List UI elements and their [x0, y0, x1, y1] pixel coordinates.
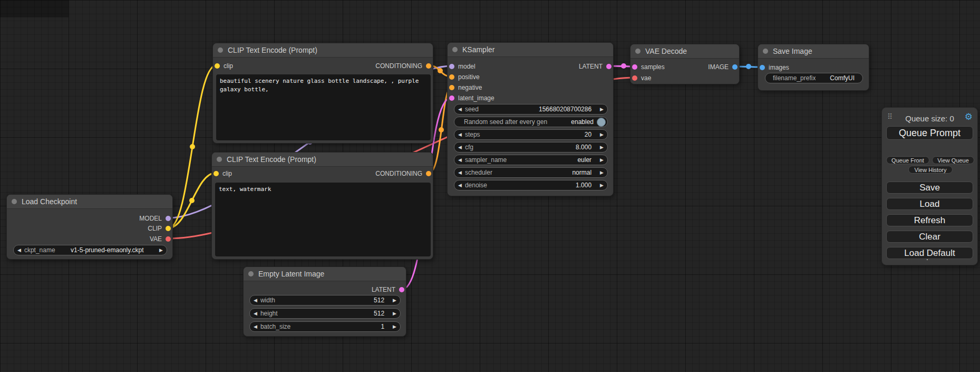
clear-button[interactable]: Clear	[886, 231, 973, 243]
latent-port-icon[interactable]	[399, 287, 404, 292]
model-port-icon[interactable]	[166, 216, 171, 221]
random-seed-toggle[interactable]	[597, 118, 606, 127]
save-button[interactable]: Save	[886, 182, 973, 194]
decrement-arrow-icon[interactable]: ◀	[458, 180, 462, 190]
widget-scheduler[interactable]: ◀ scheduler normal ▶	[454, 167, 608, 178]
queue-panel[interactable]: ⠿ Queue size: 0 ⚙ Queue Prompt Extra opt…	[881, 107, 978, 265]
image-port-icon[interactable]	[760, 65, 765, 70]
conditioning-port-icon[interactable]	[426, 63, 431, 69]
input-slot-model[interactable]: model	[449, 61, 476, 72]
vae-port-icon[interactable]	[632, 75, 637, 81]
clip-port-icon[interactable]	[215, 63, 220, 69]
decrement-arrow-icon[interactable]: ◀	[458, 104, 462, 115]
clip-port-icon[interactable]	[166, 226, 171, 231]
save-image-title-bar[interactable]: Save Image	[758, 44, 869, 59]
load-button[interactable]: Load	[886, 198, 973, 210]
prompt-textarea-positive[interactable]: beautiful scenery nature glass bottle la…	[216, 74, 431, 140]
input-slot-vae[interactable]: vae	[632, 73, 651, 83]
conditioning-port-icon[interactable]	[449, 74, 454, 80]
decrement-arrow-icon[interactable]: ◀	[254, 308, 257, 319]
input-slot-images[interactable]: images	[760, 62, 789, 73]
increment-arrow-icon[interactable]: ▶	[159, 245, 163, 255]
input-slot-negative[interactable]: negative	[449, 82, 482, 93]
input-slot-clip[interactable]: clip	[215, 61, 233, 71]
clip-positive-title-bar[interactable]: CLIP Text Encode (Prompt)	[213, 43, 433, 58]
input-slot-clip[interactable]: clip	[214, 168, 232, 179]
model-port-icon[interactable]	[449, 64, 454, 69]
latent-port-icon[interactable]	[449, 96, 454, 101]
decrement-arrow-icon[interactable]: ◀	[458, 129, 462, 140]
output-slot-model[interactable]: MODEL	[139, 213, 171, 224]
conditioning-port-icon[interactable]	[449, 85, 454, 90]
node-clip-text-encode-negative[interactable]: CLIP Text Encode (Prompt) clip CONDITION…	[211, 152, 433, 260]
latent-port-icon[interactable]	[632, 64, 637, 70]
vae-port-icon[interactable]	[166, 236, 171, 242]
view-history-button[interactable]: View History	[908, 166, 953, 174]
decrement-arrow-icon[interactable]: ◀	[458, 142, 462, 152]
increment-arrow-icon[interactable]: ▶	[393, 321, 396, 332]
clip-port-icon[interactable]	[214, 171, 219, 176]
empty-latent-title-bar[interactable]: Empty Latent Image	[244, 267, 406, 281]
decrement-arrow-icon[interactable]: ◀	[458, 167, 462, 178]
refresh-button[interactable]: Refresh	[886, 214, 973, 226]
widget-width[interactable]: ◀ width 512 ▶	[249, 295, 401, 306]
node-graph-canvas[interactable]: Load Checkpoint MODEL CLIP VAE ◀ ckpt_na…	[0, 0, 980, 372]
queue-front-button[interactable]: Queue Front	[886, 156, 929, 164]
node-collapse-dot[interactable]	[248, 271, 254, 276]
node-empty-latent-image[interactable]: Empty Latent Image LATENT ◀ width 512 ▶ …	[243, 266, 406, 337]
input-slot-latent-image[interactable]: latent_image	[449, 93, 494, 103]
node-collapse-dot[interactable]	[452, 47, 458, 52]
increment-arrow-icon[interactable]: ▶	[600, 142, 604, 152]
widget-filename-prefix[interactable]: filename_prefix ComfyUI	[765, 73, 863, 83]
input-slot-samples[interactable]: samples	[632, 62, 665, 72]
increment-arrow-icon[interactable]: ▶	[393, 295, 396, 306]
output-slot-clip[interactable]: CLIP	[148, 223, 171, 234]
queue-prompt-button[interactable]: Queue Prompt	[886, 126, 973, 140]
widget-height[interactable]: ◀ height 512 ▶	[249, 308, 401, 319]
decrement-arrow-icon[interactable]: ◀	[17, 245, 21, 255]
node-save-image[interactable]: Save Image images filename_prefix ComfyU…	[758, 44, 869, 91]
node-vae-decode[interactable]: VAE Decode samples vae IMAGE	[630, 44, 740, 84]
conditioning-port-icon[interactable]	[426, 171, 431, 176]
node-ksampler[interactable]: KSampler model positive negative latent_…	[447, 42, 614, 196]
widget-ckpt-name[interactable]: ◀ ckpt_name v1-5-pruned-emaonly.ckpt ▶	[13, 245, 167, 255]
widget-batch-size[interactable]: ◀ batch_size 1 ▶	[249, 321, 401, 332]
widget-steps[interactable]: ◀ steps 20 ▶	[454, 129, 608, 140]
node-collapse-dot[interactable]	[763, 49, 768, 54]
output-slot-conditioning[interactable]: CONDITIONING	[375, 168, 431, 179]
increment-arrow-icon[interactable]: ▶	[600, 167, 604, 178]
increment-arrow-icon[interactable]: ▶	[600, 129, 604, 140]
node-collapse-dot[interactable]	[217, 157, 222, 162]
increment-arrow-icon[interactable]: ▶	[600, 180, 604, 190]
decrement-arrow-icon[interactable]: ◀	[458, 155, 462, 165]
vae-decode-title-bar[interactable]: VAE Decode	[630, 44, 739, 59]
node-clip-text-encode-positive[interactable]: CLIP Text Encode (Prompt) clip CONDITION…	[212, 43, 433, 144]
output-slot-conditioning[interactable]: CONDITIONING	[375, 61, 431, 71]
settings-gear-icon[interactable]: ⚙	[965, 111, 973, 122]
widget-random-seed[interactable]: Random seed after every gen enabled	[454, 117, 608, 127]
load-default-button[interactable]: Load Default	[886, 247, 973, 259]
output-slot-vae[interactable]: VAE	[150, 234, 171, 244]
node-collapse-dot[interactable]	[218, 47, 223, 53]
node-collapse-dot[interactable]	[12, 199, 17, 204]
latent-port-icon[interactable]	[606, 64, 612, 69]
load-checkpoint-title-bar[interactable]: Load Checkpoint	[7, 195, 172, 209]
clip-negative-title-bar[interactable]: CLIP Text Encode (Prompt)	[212, 152, 433, 167]
node-collapse-dot[interactable]	[635, 49, 641, 54]
widget-seed[interactable]: ◀ seed 156680208700286 ▶	[454, 104, 608, 115]
decrement-arrow-icon[interactable]: ◀	[254, 295, 257, 306]
widget-cfg[interactable]: ◀ cfg 8.000 ▶	[454, 142, 608, 152]
prompt-textarea-negative[interactable]: text, watermark	[215, 183, 431, 256]
widget-sampler-name[interactable]: ◀ sampler_name euler ▶	[454, 155, 608, 165]
view-queue-button[interactable]: View Queue	[932, 156, 974, 164]
increment-arrow-icon[interactable]: ▶	[393, 308, 396, 319]
increment-arrow-icon[interactable]: ▶	[600, 104, 604, 115]
widget-denoise[interactable]: ◀ denoise 1.000 ▶	[454, 180, 608, 190]
increment-arrow-icon[interactable]: ▶	[600, 155, 604, 165]
image-port-icon[interactable]	[732, 64, 738, 70]
output-slot-latent[interactable]: LATENT	[372, 284, 404, 295]
ksampler-title-bar[interactable]: KSampler	[448, 43, 613, 57]
decrement-arrow-icon[interactable]: ◀	[254, 321, 257, 332]
input-slot-positive[interactable]: positive	[449, 72, 480, 82]
output-slot-latent[interactable]: LATENT	[579, 61, 612, 72]
